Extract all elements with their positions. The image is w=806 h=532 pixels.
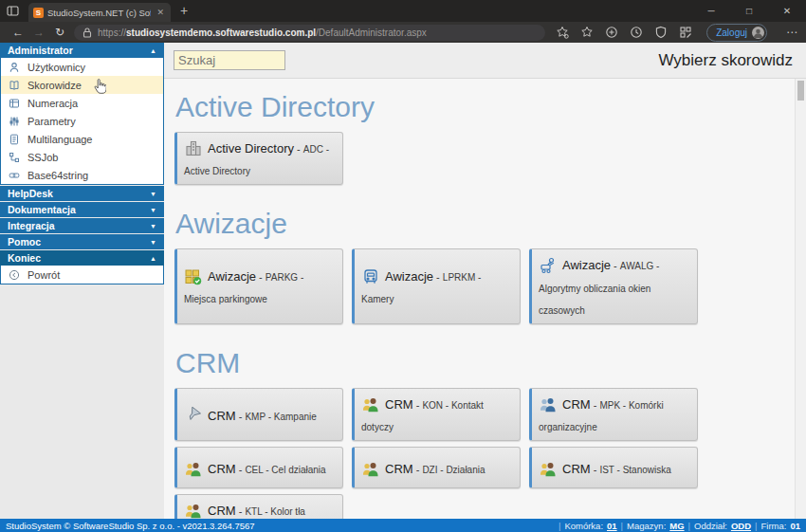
url-host: studiosystemdemo.softwarestudio.com.pl — [126, 28, 316, 38]
card-subtitle: DZI - Działania — [422, 465, 485, 475]
search-input[interactable] — [174, 50, 285, 70]
url-text: https://studiosystemdemo.softwarestudio.… — [98, 28, 427, 38]
card-separator: - — [413, 464, 423, 475]
star-icon[interactable] — [579, 26, 594, 40]
grid-pencil-icon[interactable] — [678, 26, 692, 40]
panel-label: HelpDesk — [8, 188, 53, 199]
panel-label: Dokumentacja — [8, 204, 76, 215]
card-separator: - — [413, 399, 423, 411]
vertical-tabs-icon[interactable] — [0, 0, 25, 22]
sidebar-panel-koniec[interactable]: Koniec▲ — [0, 250, 164, 266]
card-title: CRM — [208, 409, 236, 423]
contact-people-icon — [184, 502, 203, 519]
skorowidz-card-mpk[interactable]: CRM - MPK - Komórki organizacyjne — [529, 388, 698, 441]
maximize-icon[interactable]: □ — [730, 0, 768, 22]
circle-plus-icon[interactable] — [604, 26, 618, 40]
skorowidz-card-ist[interactable]: CRM - IST - Stanowiska — [529, 447, 698, 488]
item-label: Base64string — [27, 170, 88, 181]
parking-grid-check-icon — [184, 267, 203, 286]
chevron-down-icon: ▼ — [150, 191, 156, 197]
tab-close-icon[interactable]: ✕ — [155, 8, 166, 17]
firma-label: Firma: — [761, 521, 787, 531]
address-bar[interactable]: https://studiosystemdemo.softwarestudio.… — [74, 25, 545, 41]
window-controls: ─ □ ✕ — [692, 0, 806, 22]
sidebar-panel-administrator[interactable]: Administrator▲ — [0, 43, 164, 58]
card-separator: - — [256, 271, 266, 283]
card-separator: - — [433, 271, 443, 283]
card-title: CRM — [385, 397, 413, 412]
sidebar-item-parametry[interactable]: Parametry — [1, 112, 163, 130]
back-icon[interactable]: ← — [8, 22, 28, 43]
back-circle-icon — [9, 269, 20, 281]
history-clock-icon[interactable] — [629, 26, 643, 40]
panel-label: Integracja — [8, 220, 55, 231]
browser-tab[interactable]: S StudioSystem.NET (c) SoftwareS ✕ — [28, 3, 171, 22]
skorowidz-card-lprkm[interactable]: Awizacje - LPRKM - Kamery — [352, 248, 521, 324]
item-label: Skorowidze — [27, 80, 82, 91]
sidebar-item-multilanguage[interactable]: Multilanguage — [1, 130, 163, 148]
section-active-directory: Active Directory Active Directory - ADC … — [174, 91, 785, 185]
administrator-items: Użytkownicy Skorowidze Numeracja Paramet… — [0, 58, 164, 185]
refresh-icon[interactable]: ↻ — [49, 22, 70, 43]
minimize-icon[interactable]: ─ — [692, 0, 730, 22]
new-tab-icon[interactable]: + — [180, 0, 188, 22]
scrollbar-thumb[interactable] — [797, 81, 804, 101]
card-subtitle: KMP - Kampanie — [245, 412, 316, 422]
sliders-icon — [9, 116, 20, 127]
card-subtitle: CEL - Cel działania — [245, 465, 325, 475]
login-button[interactable]: Zaloguj — [706, 24, 767, 42]
truck-front-icon — [361, 267, 380, 286]
close-icon[interactable]: ✕ — [768, 0, 806, 22]
skorowidz-card-kon[interactable]: CRM - KON - Kontakt dotyczy — [352, 388, 521, 441]
skorowidz-card-awalg[interactable]: Awizacje - AWALG - Algorytmy obliczania … — [529, 248, 698, 324]
sidebar-panel-integracja[interactable]: Integracja▼ — [0, 218, 164, 233]
skorowidz-card-dzi[interactable]: CRM - DZI - Działania — [352, 447, 521, 488]
sidebar-panel-pomoc[interactable]: Pomoc▼ — [0, 234, 164, 249]
sidebar-item-powrot[interactable]: Powrót — [1, 266, 163, 284]
forklift-icon — [539, 256, 558, 275]
statusbar-context: | Komórka: 01 | Magazyn: MG | Oddział: O… — [559, 521, 800, 531]
contact-people-icon — [539, 460, 558, 479]
browser-menu-icon[interactable]: ⋯ — [786, 26, 798, 39]
card-title: CRM — [385, 462, 413, 476]
item-label: SSJob — [27, 152, 58, 163]
skorowidz-card-parkg[interactable]: Awizacje - PARKG - Miejsca parkingowe — [174, 248, 343, 324]
statusbar-copyright: StudioSystem © SoftwareStudio Sp. z o.o.… — [6, 521, 255, 531]
section-heading: Awizacje — [175, 208, 785, 240]
card-separator: - — [236, 464, 246, 475]
sidebar-item-uzytkownicy[interactable]: Użytkownicy — [1, 58, 163, 76]
sidebar-item-base64string[interactable]: Base64string — [1, 166, 163, 184]
koniec-items: Powrót — [0, 266, 164, 284]
skorowidz-card-cel[interactable]: CRM - CEL - Cel działania — [174, 447, 343, 488]
card-title: Awizacje — [208, 269, 256, 284]
contact-people-icon — [361, 460, 380, 479]
tags-icon — [9, 170, 20, 181]
komorka-value[interactable]: 01 — [607, 521, 617, 531]
card-grid: Active Directory - ADC - Active Director… — [174, 132, 785, 185]
forward-icon[interactable]: → — [28, 22, 49, 43]
content-scrollbar[interactable] — [795, 79, 806, 519]
shield-icon[interactable] — [653, 26, 668, 40]
card-title: Awizacje — [385, 269, 433, 284]
oddzial-value[interactable]: ODD — [731, 521, 751, 531]
card-grid: CRM - KMP - Kampanie CRM - KON - Kontakt… — [174, 388, 785, 519]
org-people-icon — [539, 395, 558, 414]
magazyn-value[interactable]: MG — [669, 521, 684, 531]
card-title: Awizacje — [562, 258, 611, 272]
star-sparkle-icon[interactable] — [555, 26, 569, 40]
workflow-icon — [9, 152, 20, 163]
sidebar-item-ssjob[interactable]: SSJob — [1, 148, 163, 166]
separator: | — [621, 521, 623, 531]
browser-tab-strip: S StudioSystem.NET (c) SoftwareS ✕ + ─ □… — [0, 0, 806, 22]
skorowidz-card-kmp[interactable]: CRM - KMP - Kampanie — [174, 388, 343, 441]
sidebar-panel-helpdesk[interactable]: HelpDesk▼ — [0, 186, 164, 201]
page-title: Wybierz skorowidz — [658, 51, 793, 70]
sidebar-item-skorowidze[interactable]: Skorowidze — [1, 76, 163, 94]
skorowidz-card-adc[interactable]: Active Directory - ADC - Active Director… — [174, 132, 343, 185]
firma-value: 01 — [790, 521, 800, 531]
contact-people-icon — [184, 460, 203, 479]
numbering-table-icon — [9, 98, 20, 109]
skorowidz-card-ktl[interactable]: CRM - KTL - Kolor tła wiersza — [174, 494, 343, 519]
sidebar-panel-dokumentacja[interactable]: Dokumentacja▼ — [0, 202, 164, 217]
sidebar-item-numeracja[interactable]: Numeracja — [1, 94, 163, 112]
